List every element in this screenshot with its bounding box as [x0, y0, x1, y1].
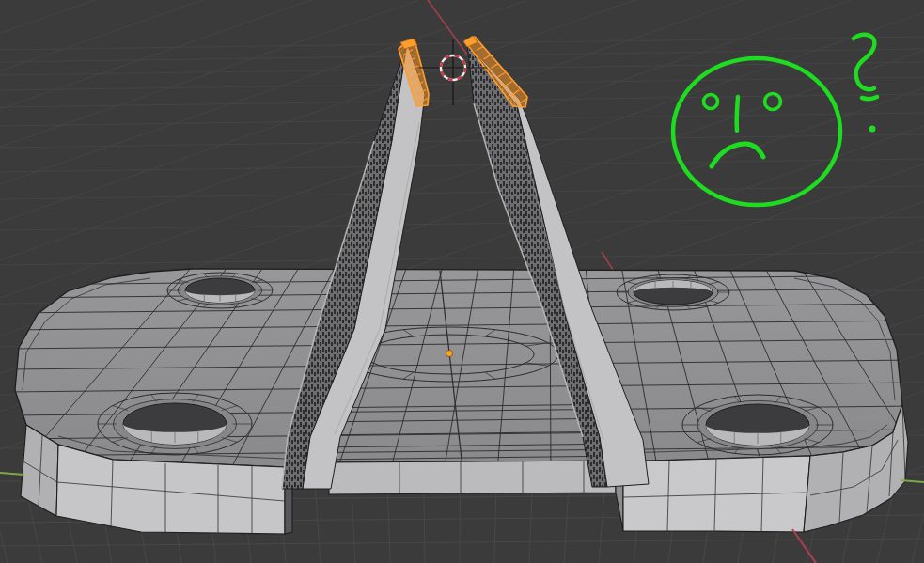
- origin-dot: [446, 351, 453, 357]
- mesh-hole[interactable]: [617, 274, 729, 310]
- plate-bridge-front-face: [329, 461, 616, 494]
- mesh-hole[interactable]: [682, 395, 833, 455]
- face-nose: [737, 97, 738, 131]
- question-mark-dot: [869, 126, 876, 133]
- blender-viewport[interactable]: [0, 0, 924, 563]
- mesh-hole[interactable]: [167, 273, 273, 308]
- plate-right-front-face: [623, 456, 810, 532]
- mesh-plate[interactable]: [8, 266, 924, 534]
- viewport-canvas[interactable]: [0, 0, 924, 563]
- mesh-hole[interactable]: [98, 393, 252, 455]
